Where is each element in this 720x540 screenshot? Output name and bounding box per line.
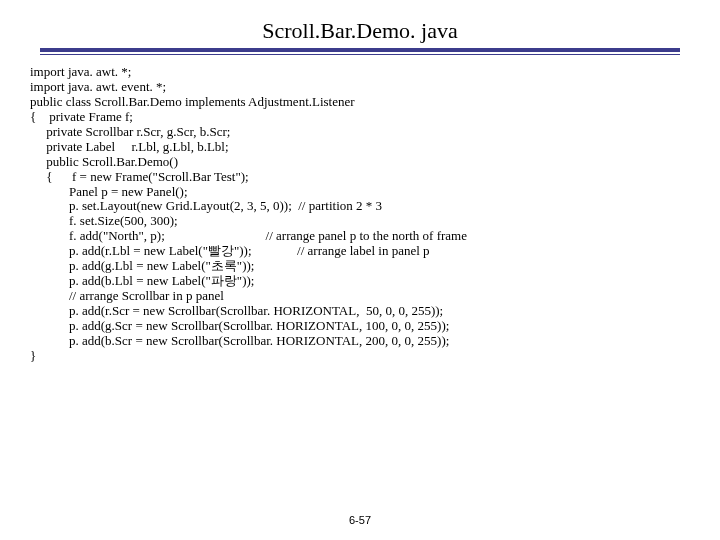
rule-thick [40,48,680,52]
title-rule [40,48,680,55]
slide: Scroll.Bar.Demo. java import java. awt. … [0,0,720,540]
rule-thin [40,54,680,55]
page-number: 6-57 [0,514,720,526]
code-block: import java. awt. *; import java. awt. e… [30,65,720,364]
slide-title: Scroll.Bar.Demo. java [0,0,720,48]
